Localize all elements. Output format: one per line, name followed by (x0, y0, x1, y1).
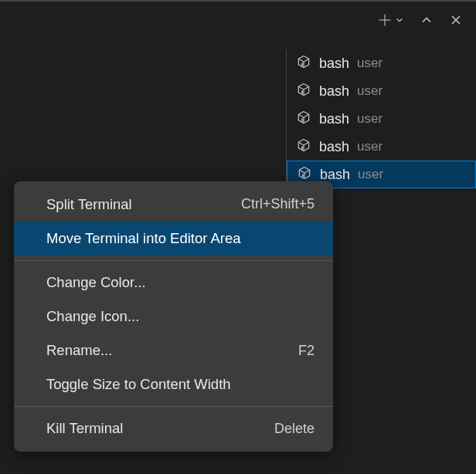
menu-item-toggle-size-to-content-width[interactable]: Toggle Size to Content Width (14, 367, 333, 401)
new-terminal-button[interactable] (377, 12, 393, 28)
terminal-box-icon (296, 82, 311, 100)
menu-item-rename[interactable]: Rename... F2 (14, 333, 333, 367)
menu-item-label: Rename... (46, 341, 112, 360)
terminal-name: bash (319, 56, 349, 72)
new-terminal-group (377, 12, 405, 28)
menu-item-label: Kill Terminal (46, 419, 123, 438)
menu-separator (14, 406, 333, 407)
terminal-toolbar (377, 2, 476, 39)
menu-item-shortcut: Delete (274, 420, 314, 438)
terminal-box-icon (296, 54, 311, 73)
new-terminal-dropdown[interactable] (394, 15, 405, 25)
menu-separator (14, 260, 333, 261)
menu-item-change-icon[interactable]: Change Icon... (14, 300, 333, 333)
terminal-user: user (357, 139, 382, 154)
menu-item-label: Toggle Size to Content Width (46, 375, 231, 394)
menu-item-label: Move Terminal into Editor Area (46, 229, 241, 248)
menu-item-label: Change Icon... (46, 307, 139, 326)
terminal-box-icon (296, 110, 311, 128)
menu-item-move-terminal-into-editor-area[interactable]: Move Terminal into Editor Area (14, 222, 333, 256)
terminal-name: bash (320, 167, 350, 183)
close-icon (448, 12, 464, 28)
terminal-name: bash (319, 111, 349, 127)
terminal-box-icon (296, 137, 311, 156)
terminal-user: user (358, 167, 383, 182)
terminal-user: user (357, 111, 382, 127)
plus-icon (377, 12, 393, 28)
terminal-user: user (357, 83, 382, 99)
terminal-name: bash (319, 83, 349, 100)
terminal-name: bash (319, 139, 349, 155)
menu-item-kill-terminal[interactable]: Kill Terminal Delete (14, 411, 333, 445)
terminal-tab-1[interactable]: bash user (287, 77, 476, 105)
terminal-tab-2[interactable]: bash user (287, 105, 476, 133)
terminal-user: user (357, 56, 382, 71)
menu-item-shortcut: Ctrl+Shift+5 (241, 195, 314, 213)
menu-item-label: Split Terminal (46, 195, 132, 214)
menu-item-label: Change Color... (46, 273, 146, 292)
chevron-down-icon (394, 15, 405, 25)
terminal-tab-3[interactable]: bash user (287, 133, 476, 161)
terminal-tabs-list: bash user bash user bash user bash user … (286, 49, 476, 188)
terminal-context-menu: Split Terminal Ctrl+Shift+5 Move Termina… (14, 181, 333, 452)
terminal-tab-0[interactable]: bash user (287, 49, 476, 77)
maximize-panel-button[interactable] (419, 12, 434, 28)
close-panel-button[interactable] (448, 12, 464, 28)
menu-item-shortcut: F2 (298, 342, 314, 360)
menu-item-split-terminal[interactable]: Split Terminal Ctrl+Shift+5 (14, 188, 333, 222)
chevron-up-icon (419, 12, 434, 28)
menu-item-change-color[interactable]: Change Color... (14, 266, 333, 300)
